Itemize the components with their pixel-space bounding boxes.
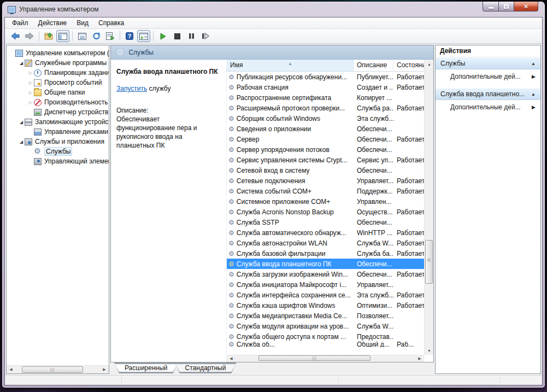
table-row[interactable]: ⚙Служба загрузки изображений Win...Обесп…	[227, 269, 424, 279]
table-row[interactable]: ⚙Сетевые подключенияУправляет...Работает	[227, 175, 424, 186]
scrollbar-track[interactable]: |||	[236, 355, 415, 363]
chevron-up-icon[interactable]: ▲	[531, 92, 536, 97]
show-console-tree-icon[interactable]	[56, 30, 69, 42]
column-header-name[interactable]: Имя▲	[227, 60, 354, 71]
table-row[interactable]: ⚙Сервер упорядочения потоковОбеспечи...	[227, 144, 424, 155]
service-name: Сервер упорядочения потоков	[237, 146, 330, 154]
scroll-right-icon[interactable]: ▶	[100, 366, 109, 374]
scrollbar-thumb[interactable]	[425, 240, 433, 284]
collapse-icon[interactable]: ◢	[18, 139, 25, 144]
expand-icon[interactable]: ▷	[27, 90, 34, 95]
scrollbar-track[interactable]: |||	[15, 366, 100, 374]
forward-icon[interactable]	[23, 30, 36, 42]
scroll-down-icon[interactable]: ▼	[425, 346, 434, 355]
actions-sections: Службы▲Дополнительные дей...▶Служба ввод…	[436, 57, 540, 119]
tools-icon	[25, 60, 32, 67]
folder-up-icon[interactable]	[42, 30, 55, 42]
title-bar[interactable]: Управление компьютером	[2, 2, 545, 17]
minimize-button[interactable]	[483, 2, 499, 11]
properties-icon[interactable]	[75, 30, 89, 42]
table-row[interactable]: ⚙Служба Acronis Nonstop BackupОсуществ..…	[227, 207, 424, 217]
tab-standard[interactable]: Стандартный	[175, 362, 237, 373]
back-icon[interactable]	[9, 30, 22, 42]
pause-service-icon[interactable]	[185, 30, 198, 42]
restart-service-icon[interactable]	[199, 30, 212, 42]
tree-item[interactable]: Службы	[7, 147, 109, 156]
table-row[interactable]: ⚙Публикация ресурсов обнаружени...Публик…	[227, 72, 424, 82]
tree-item[interactable]: Диспетчер устройств	[7, 107, 109, 117]
table-row[interactable]: ⚙Расширяемый протокол проверки...Служба …	[227, 103, 424, 113]
tree-item[interactable]: ◢Службы и приложения	[7, 137, 109, 147]
stop-service-icon[interactable]	[170, 30, 184, 42]
table-row[interactable]: ⚙Служба общего доступа к портам ...Предо…	[227, 331, 424, 342]
tab-extended[interactable]: Расширенный	[114, 362, 178, 373]
table-row[interactable]: ⚙Служба кэша шрифтов WindowsОптимизи...Р…	[227, 300, 424, 311]
start-service-icon[interactable]	[156, 30, 169, 42]
tree-item[interactable]: ▷Общие папки	[7, 87, 109, 97]
expand-icon[interactable]: ▷	[27, 71, 34, 75]
column-header-description[interactable]: Описание	[354, 60, 393, 71]
table-row[interactable]: ⚙Служба базовой фильтрацииСлужба ба...Ра…	[227, 248, 424, 259]
tree-item[interactable]: ◢Запоминающие устройст	[7, 117, 109, 127]
scroll-left-icon[interactable]: ◀	[7, 366, 15, 374]
maximize-button[interactable]	[499, 2, 514, 11]
tree-horizontal-scrollbar[interactable]: ◀ ||| ▶	[7, 365, 109, 373]
scrollbar-thumb[interactable]: |||	[22, 366, 83, 373]
table-row[interactable]: ⚙Сетевой вход в системуОбеспечи...	[227, 165, 424, 175]
scrollbar-thumb[interactable]: |||	[258, 355, 370, 361]
actions-menu-item[interactable]: Дополнительные дей...▶	[436, 100, 540, 114]
collapse-icon[interactable]: ◢	[18, 120, 25, 125]
collapse-icon[interactable]: ◢	[18, 61, 25, 66]
scroll-left-icon[interactable]: ◀	[227, 355, 236, 362]
show-action-pane-icon[interactable]	[137, 30, 150, 42]
table-row[interactable]: ⚙Служба инициатора Майкрософт i...Управл…	[227, 279, 424, 290]
expand-icon[interactable]: ▷	[27, 80, 34, 85]
menu-item[interactable]: Файл	[7, 17, 33, 28]
menu-item[interactable]: Справка	[93, 17, 129, 28]
export-list-icon[interactable]	[104, 30, 117, 42]
table-row[interactable]: ⚙Служба интерфейса сохранения се...Эта с…	[227, 290, 424, 300]
list-horizontal-scrollbar[interactable]: ◀ ||| ▶	[227, 355, 424, 362]
row-name-cell: ⚙Сетевые подключения	[227, 177, 354, 185]
table-row[interactable]: ⚙Служба автонастройки WLANСлужба W...Раб…	[227, 238, 424, 248]
table-row[interactable]: ⚙Сервис управления системы Crypt...Серви…	[227, 155, 424, 165]
table-row[interactable]: ⚙Системное приложение COM+Управлен...	[227, 196, 424, 207]
table-row[interactable]: ⚙Служба медиаприставки Media Ce...Позвол…	[227, 311, 424, 321]
menu-item[interactable]: Действие	[33, 17, 72, 28]
table-row[interactable]: ⚙Сборщик событий WindowsЭта служб...	[227, 113, 424, 124]
table-row[interactable]: ⚙Служба модуля архивации на уров...Служб…	[227, 321, 424, 331]
table-row[interactable]: ⚙Служба ввода планшетного ПКОбеспечи...	[227, 259, 424, 269]
refresh-icon[interactable]	[90, 30, 103, 42]
table-row[interactable]: ⚙Сведения о приложенииОбеспечи...	[227, 124, 424, 134]
start-service-link[interactable]: Запустить	[116, 85, 147, 92]
tree-item[interactable]: Управление компьютером (л	[7, 48, 109, 58]
help-icon[interactable]: ?	[123, 30, 136, 42]
tree-item[interactable]: ◢Служебные программы	[7, 58, 109, 68]
actions-section-header[interactable]: Служба ввода планшетно...▲	[436, 88, 540, 100]
tree-item[interactable]: Управляющий элемен	[7, 156, 109, 166]
column-header-status[interactable]: Состояни	[393, 60, 424, 71]
table-row[interactable]: ⚙СерверОбеспечи...Работает	[227, 134, 424, 144]
chevron-up-icon[interactable]: ▲	[531, 61, 536, 66]
table-row[interactable]: ⚙Служба автоматического обнаруж...WinHTT…	[227, 227, 424, 238]
scroll-right-icon[interactable]: ▶	[415, 355, 424, 362]
list-vertical-scrollbar[interactable]: ▲ ▼	[424, 60, 433, 355]
table-row[interactable]: ⚙Система событий COM+Поддержк...Работает	[227, 186, 424, 196]
table-row[interactable]: ⚙Распространение сертификатаКопирует ...	[227, 92, 424, 103]
table-row[interactable]: ⚙Служба SSTPОбеспечи...	[227, 217, 424, 227]
tree-item[interactable]: ▷Производительность	[7, 97, 109, 107]
close-button[interactable]: ×	[514, 2, 538, 11]
expand-icon[interactable]: ▷	[27, 100, 34, 105]
tree-item[interactable]: ▷Просмотр событий	[7, 78, 109, 87]
actions-menu-item[interactable]: Дополнительные дей...▶	[436, 69, 540, 83]
tree-item[interactable]: Управление дисками	[7, 127, 109, 137]
table-row[interactable]: ⚙Рабочая станцияСоздает и ...Работает	[227, 82, 424, 92]
menu-item[interactable]: Вид	[72, 17, 93, 28]
scroll-up-icon[interactable]: ▲	[425, 60, 434, 68]
service-status-cell: Работает	[393, 136, 424, 143]
table-row[interactable]: ⚙Служба об...Общий д...Раб...	[227, 342, 424, 347]
tree-item[interactable]: ▷Планировщик заданий	[7, 68, 109, 78]
actions-section-header[interactable]: Службы▲	[436, 57, 540, 69]
status-bar	[5, 375, 542, 385]
start-service-line: Запустить службу	[116, 85, 220, 92]
